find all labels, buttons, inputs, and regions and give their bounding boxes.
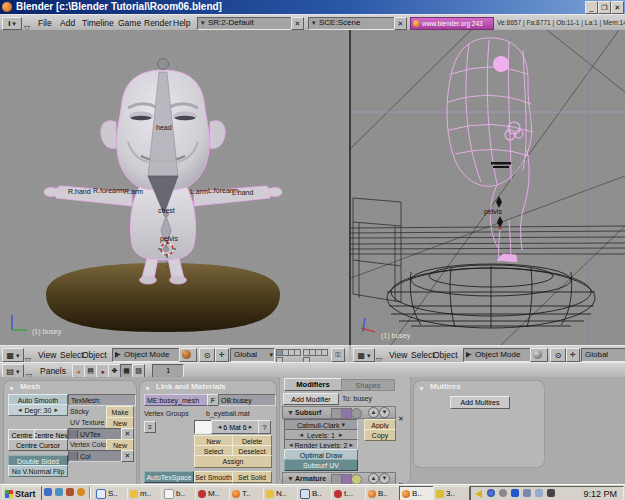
mesh-datablock-field[interactable]: ME:busey_mesh [144,394,210,406]
lock-icon[interactable]: ⚿ [331,348,345,362]
select-menu-2[interactable]: Select [411,350,435,360]
task-button-search[interactable]: S.. [93,486,130,500]
mesh-collapse-icon[interactable] [8,383,15,394]
viewport-side[interactable]: pelvis (1) busey [351,30,625,345]
armature-move-up-icon[interactable]: ▲ [368,473,379,484]
view-menu[interactable]: View [38,350,56,360]
armature-expand-icon[interactable] [287,475,294,482]
draw-type-button-2[interactable] [530,348,548,362]
maximize-button[interactable]: ❐ [598,1,611,14]
title-bar[interactable]: Blender [c:\Blender Tutorial\Room06.blen… [0,0,625,14]
task-button-window-b[interactable]: B.. [297,486,334,500]
quick-launch-icon-2[interactable] [55,488,63,496]
task-button-m[interactable]: M.. [195,486,232,500]
frame-number-field[interactable]: 1 [152,364,184,378]
shapes-tab[interactable]: Shapes [341,379,395,391]
quick-launch-icon-4[interactable] [77,488,85,496]
centre-cursor-button[interactable]: Centre Cursor [8,439,68,451]
editor-type-button-2[interactable]: ▦ [353,348,375,362]
task-button-3[interactable]: 3.. [433,486,470,500]
col-delete-icon[interactable] [121,450,134,462]
subsurf-move-down-icon[interactable]: ▼ [379,407,390,418]
col-field[interactable]: Col [68,450,122,462]
assign-button[interactable]: Assign [194,455,272,468]
pivot-button[interactable]: ⊙ [199,348,215,362]
pivot-button-2[interactable]: ⊙ [550,348,566,362]
draw-type-button[interactable] [179,348,197,362]
scene-selector[interactable]: SCE:Scene [308,17,404,30]
autotexspace-button[interactable]: AutoTexSpace [144,471,194,483]
object-menu[interactable]: Object [82,350,107,360]
manipulator-button[interactable]: ✛ [215,348,229,362]
task-button-blender-active[interactable]: B.. [399,486,436,500]
viewport-front[interactable]: head chest pelvis R.hand R.forearm R.arm… [0,30,349,345]
scene-context-icon[interactable]: ▨ [132,364,145,378]
material-index-stepper[interactable]: 6 Mat 6 [211,420,259,434]
multires-collapse-icon[interactable] [418,383,425,394]
texmesh-field[interactable]: TexMesh: [68,394,136,406]
add-multires-button[interactable]: Add Multires [450,396,510,409]
manipulator-button-2[interactable]: ✛ [566,348,580,362]
set-solid-button[interactable]: Set Solid [232,471,272,483]
subsurf-delete-icon[interactable] [398,407,404,425]
mesh-panel-header[interactable]: Mesh [4,381,136,392]
no-vnormal-flip-button[interactable]: No V.Normal Flip [8,465,68,477]
material-color-swatch[interactable] [194,420,212,434]
object-name-field[interactable]: OB:busey [218,394,276,406]
blender-url-badge[interactable]: www.blender.org 243 [410,17,494,30]
tray-icon-6[interactable] [547,489,555,497]
degr-stepper[interactable]: Degr: 30 [8,404,68,416]
select-menu[interactable]: Select [60,350,84,360]
info-editor-icon[interactable]: i [2,17,22,30]
mode-dropdown-2[interactable]: Object Mode [463,348,538,362]
add-modifier-button[interactable]: Add Modifier [283,393,339,405]
layer-buttons[interactable] [276,348,302,360]
mode-dropdown[interactable]: Object Mode [112,348,187,362]
tray-icon-1[interactable] [487,489,495,497]
screen-browse-icon[interactable] [199,18,205,28]
minimize-button[interactable]: _ [585,1,598,14]
subsurf-move-up-icon[interactable]: ▲ [368,407,379,418]
quick-launch-icon-3[interactable] [66,488,74,496]
start-button[interactable]: Start [2,486,42,500]
menu-help[interactable]: Help [173,18,190,28]
scene-delete-icon[interactable] [394,17,407,30]
task-button-firefox[interactable]: T.. [229,486,266,500]
close-button[interactable]: ✕ [611,1,624,14]
task-button-folder-n[interactable]: N.. [263,486,300,500]
screen-delete-icon[interactable] [291,17,304,30]
editor-type-button[interactable]: ▦ [2,348,24,362]
tray-icon-5[interactable] [535,489,543,497]
link-collapse-icon[interactable] [144,383,151,394]
vertex-group-stub-button[interactable]: ≡ [144,421,156,433]
orientation-dropdown-2[interactable]: Global [581,348,625,362]
layer-buttons-2[interactable] [303,348,329,360]
tray-icon-4[interactable] [523,489,531,497]
subsurf-expand-icon[interactable] [287,409,294,416]
subsurf-uv-button[interactable]: Subsurf UV [284,459,358,471]
task-button-folder-m[interactable]: m.. [127,486,164,500]
multires-panel-header[interactable]: Multires [414,381,544,392]
screen-selector[interactable]: SR:2-Default [197,17,301,30]
subsurf-copy-button[interactable]: Copy [364,429,396,441]
subsurf-editmode-toggle-icon[interactable] [351,408,362,419]
modifiers-tab[interactable]: Modifiers [284,378,342,391]
quick-launch-icon-1[interactable] [44,488,52,496]
armature-delete-icon[interactable] [398,473,404,484]
object-menu-2[interactable]: Object [433,350,458,360]
armature-move-down-icon[interactable]: ▼ [379,473,390,484]
orientation-dropdown[interactable]: Global [230,348,275,362]
material-help-button[interactable]: ? [258,420,271,434]
armature-editmode-toggle-icon[interactable] [351,474,362,484]
menu-game[interactable]: Game [118,18,141,28]
task-button-doc-b[interactable]: b.. [161,486,198,500]
task-button-blender-1[interactable]: B.. [365,486,402,500]
buttons-editor-type-button[interactable]: ▤ [2,364,24,378]
task-button-t[interactable]: t... [331,486,368,500]
scene-browse-icon[interactable] [310,18,316,28]
set-smooth-button[interactable]: Set Smooth [194,471,233,483]
tray-icon-2[interactable] [499,489,507,497]
menu-add[interactable]: Add [60,18,75,28]
view-menu-2[interactable]: View [389,350,407,360]
link-panel-header[interactable]: Link and Materials [140,381,276,392]
